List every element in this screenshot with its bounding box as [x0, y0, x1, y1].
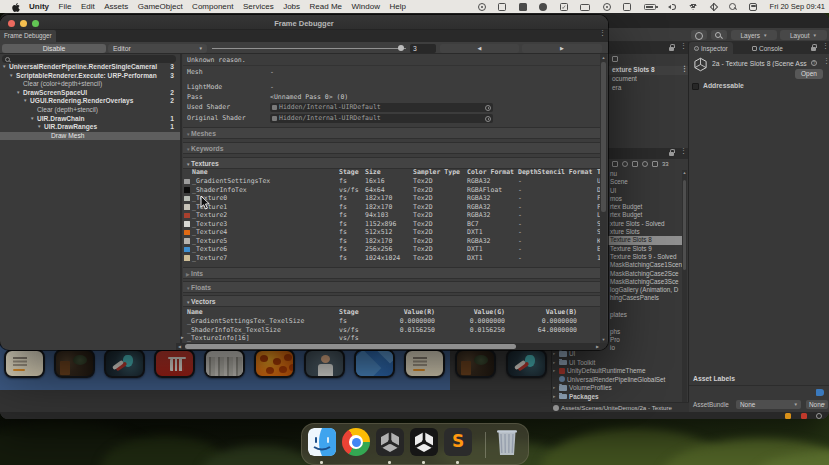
section-keywords[interactable]: ▼Keywords [183, 142, 600, 154]
chrome-icon[interactable] [342, 428, 370, 456]
cloud-services-icon[interactable] [691, 30, 707, 40]
packages-icon[interactable] [622, 161, 628, 167]
spotlight-icon[interactable] [729, 3, 737, 11]
menu-item[interactable]: GameObject [138, 2, 183, 11]
texture-row[interactable]: _Texture6 fs 256x256 Tex2D DXT1 - E [183, 245, 600, 254]
event-search-input[interactable] [2, 55, 176, 63]
texture-row[interactable]: _Texture2 fs 94x103 Tex2D RGBA32 - L [183, 211, 600, 220]
menu-item[interactable]: Edit [81, 2, 95, 11]
frame-number-field[interactable]: 3 [410, 44, 436, 53]
menu-item[interactable]: Read Me [310, 2, 342, 11]
event-tree-item[interactable]: ▼UIR.DrawChain1 [0, 115, 180, 124]
record-icon[interactable] [478, 3, 486, 11]
layers-dropdown[interactable]: Layers▼ [731, 30, 777, 40]
info-icon[interactable] [642, 161, 648, 167]
texture-row[interactable]: _ShaderInfoTex vs/fs 64x64 Tex2D RGBAFlo… [183, 186, 600, 195]
section-ints[interactable]: ▶Ints [183, 267, 600, 279]
project-tree-item[interactable]: UniversalRenderPipelineGlobalSet [553, 376, 682, 385]
project-menu-icon[interactable] [680, 150, 683, 152]
frame-slider[interactable] [212, 48, 406, 49]
project-list-item[interactable]: Texture Slots 9 - Solved [608, 253, 682, 261]
project-list-item[interactable]: nu [608, 170, 682, 178]
project-list-item[interactable]: phs [608, 328, 682, 336]
thumbnail-lava-texture[interactable] [254, 349, 295, 378]
display-icon[interactable] [498, 3, 506, 11]
bluetooth-icon[interactable] [710, 3, 716, 11]
pane-menu-icon[interactable] [599, 32, 602, 34]
sublime-text-icon[interactable]: S [444, 428, 472, 456]
project-list-item[interactable] [608, 319, 682, 327]
menu-item[interactable]: Jobs [283, 2, 300, 11]
texture-row[interactable]: _Texture1 fs 182x170 Tex2D RGBA32 - F [183, 203, 600, 212]
section-meshes[interactable]: ▼Meshes [183, 127, 600, 139]
hierarchy-scene-row[interactable]: exture Slots 8 [608, 66, 688, 75]
frame-debugger-titlebar[interactable]: Frame Debugger [0, 15, 608, 30]
open-button[interactable]: Open [795, 69, 823, 79]
thumbnail-forest-scene[interactable] [54, 349, 95, 378]
object-picker-icon[interactable] [485, 105, 491, 111]
favorites-icon[interactable] [612, 161, 618, 167]
tab-inspector[interactable]: iInspector [689, 42, 733, 54]
object-picker-icon[interactable] [485, 116, 491, 122]
app-icon[interactable] [519, 3, 527, 11]
vector-row[interactable]: _ShaderInfoTex_TexelSize vs/fs 0.0156250… [183, 326, 600, 335]
menu-item[interactable]: File [59, 2, 72, 11]
hierarchy-item[interactable]: ocument [608, 75, 688, 84]
section-floats[interactable]: ▼Floats [183, 281, 600, 293]
vertical-scrollbar[interactable]: ▲▼ [600, 54, 607, 343]
search-icon[interactable] [711, 30, 727, 40]
thumbnail-cliff-texture[interactable] [204, 349, 245, 378]
section-vectors[interactable]: ▼Vectors [183, 295, 600, 307]
error-badge-icon[interactable] [801, 413, 807, 419]
project-list-item[interactable] [608, 303, 682, 311]
trash-icon[interactable] [494, 428, 520, 456]
splitter[interactable] [180, 54, 182, 350]
addressable-checkbox[interactable] [692, 83, 699, 90]
menu-item[interactable]: Services [243, 2, 274, 11]
warning-badge-icon[interactable] [785, 413, 791, 419]
vector-row[interactable]: _GradientSettingsTex_TexelSize fs 0.0000… [183, 317, 600, 326]
assetbundle-dropdown[interactable]: None▼ [736, 400, 801, 409]
texture-row[interactable]: _Texture7 fs 1024x1024 Tex2D DXT1 - 1 [183, 254, 600, 263]
thumbnail-sample-project[interactable] [404, 349, 445, 378]
project-list-item[interactable]: MaskBatchingCase3Sce [608, 278, 682, 286]
frame-slider-handle[interactable] [398, 45, 404, 51]
scene-menu-icon[interactable] [681, 68, 684, 70]
app-icon[interactable] [539, 3, 547, 11]
project-tree-item[interactable]: ▸UI [553, 350, 682, 359]
label-icon[interactable] [632, 161, 638, 167]
project-tree-item[interactable]: ▸VolumeProfiles [553, 384, 682, 393]
thumbnail-red-kit[interactable] [154, 349, 195, 378]
event-tree-item[interactable]: ▼UIR.DrawRanges1 [0, 123, 180, 132]
thumbnail-character-scene[interactable] [506, 349, 547, 378]
help-icon[interactable]: ? [811, 60, 817, 66]
event-tree-item[interactable]: Clear (depth+stencil) [0, 106, 180, 115]
project-list-item[interactable]: MaskBatchingCase1Scen [608, 261, 682, 269]
thumbnail-boy-character[interactable] [304, 349, 345, 378]
menu-item[interactable]: Window [352, 2, 380, 11]
prev-event-button[interactable]: ◀ [440, 44, 519, 53]
thumbnail-forest-scene[interactable] [455, 349, 496, 378]
assetbundle-variant-dropdown[interactable]: None▼ [806, 400, 828, 409]
texture-row[interactable]: _Texture0 fs 182x170 Tex2D RGBA32 - F [183, 194, 600, 203]
event-tree-item[interactable]: ▼ScriptableRenderer.Execute: URP-Perform… [0, 72, 180, 81]
thumbnail-character-scene[interactable] [104, 349, 145, 378]
sidecar-icon[interactable] [623, 3, 631, 11]
project-list-item[interactable]: MaskBatchingCase2Sce [608, 270, 682, 278]
project-list-item[interactable]: rtex Budget [608, 211, 682, 219]
label-tag-icon[interactable] [816, 389, 824, 396]
vector-row[interactable]: ▶ _TextureInfo[16] vs/fs [183, 334, 600, 343]
create-menu-icon[interactable] [612, 56, 618, 62]
menu-item[interactable]: Component [192, 2, 233, 11]
breadcrumb[interactable]: Assets/Scenes/UniteDemos/2a - Texture [551, 402, 689, 412]
project-list-item[interactable]: plates [608, 311, 682, 319]
hierarchy-menu-icon[interactable] [680, 45, 683, 47]
event-tree-item[interactable]: Draw Mesh [0, 132, 180, 141]
texture-row[interactable]: _Texture4 fs 512x512 Tex2D DXT1 - S [183, 228, 600, 237]
used-shader-field[interactable]: Hidden/Internal-UIRDefault [270, 103, 493, 112]
event-tree-item[interactable]: ▼DrawScreenSpaceUI2 [0, 89, 180, 98]
project-list-item[interactable]: hingCasesPanels [608, 294, 682, 302]
keyboard-icon[interactable] [580, 4, 590, 11]
apple-icon[interactable] [12, 3, 20, 11]
globe-icon[interactable] [603, 3, 611, 11]
